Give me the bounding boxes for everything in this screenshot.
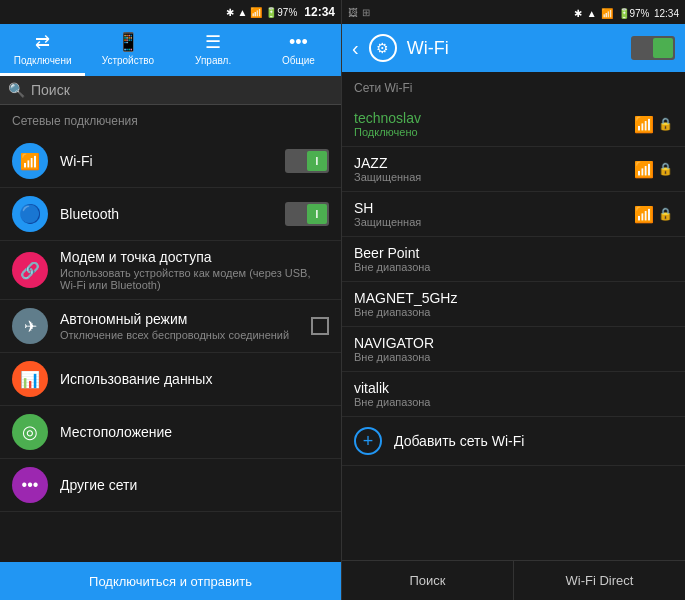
right-status-bar: 🖼 ⊞ ✱ ▲ 📶 🔋97% 12:34 — [342, 0, 685, 24]
location-title: Местоположение — [60, 424, 329, 440]
battery-icon: 🔋97% — [265, 7, 297, 18]
airplane-checkbox[interactable] — [311, 317, 329, 335]
other-item-content: Другие сети — [60, 477, 329, 493]
technoslav-signal-icon: 📶 — [634, 115, 654, 134]
wifi-toggle-left[interactable]: I — [285, 149, 329, 173]
modem-icon: 🔗 — [12, 252, 48, 288]
tab-connections[interactable]: ⇄ Подключени — [0, 24, 85, 76]
menu-item-data[interactable]: 📊 Использование данных — [0, 353, 341, 406]
wifi-item-content: Wi-Fi — [60, 153, 285, 169]
search-button[interactable]: Поиск — [342, 561, 514, 600]
tab-general-label: Общие — [282, 55, 315, 66]
add-network-label: Добавить сеть Wi-Fi — [394, 433, 524, 449]
jazz-status: Защищенная — [354, 171, 634, 183]
jazz-signal: 📶 🔒 — [634, 160, 673, 179]
wifi-network-navigator[interactable]: NAVIGATOR Вне диапазона — [342, 327, 685, 372]
airplane-item-content: Автономный режим Отключение всех беспров… — [60, 311, 311, 341]
right-header: ‹ ⚙ Wi-Fi — [342, 24, 685, 72]
wifi-network-jazz[interactable]: JAZZ Защищенная 📶 🔒 — [342, 147, 685, 192]
tab-bar: ⇄ Подключени 📱 Устройство ☰ Управл. ••• … — [0, 24, 341, 76]
search-bar[interactable]: 🔍 Поиск — [0, 76, 341, 105]
sh-signal: 📶 🔒 — [634, 205, 673, 224]
technoslav-lock-icon: 🔒 — [658, 117, 673, 131]
wifi-network-technoslav[interactable]: technoslav Подключено 📶 🔒 — [342, 102, 685, 147]
wifi-network-sh[interactable]: SH Защищенная 📶 🔒 — [342, 192, 685, 237]
modem-subtitle: Использовать устройство как модем (через… — [60, 267, 329, 291]
airplane-title: Автономный режим — [60, 311, 311, 327]
left-status-bar: ✱ ▲ 📶 🔋97% 12:34 — [0, 0, 341, 24]
sh-name: SH — [354, 200, 634, 216]
right-wifi-icon: ▲ — [587, 8, 597, 19]
vitalik-text: vitalik Вне диапазона — [354, 380, 673, 408]
beer-point-status: Вне диапазона — [354, 261, 673, 273]
wifi-right-toggle[interactable] — [631, 36, 675, 60]
right-bt-icon: ✱ — [574, 8, 582, 19]
menu-item-bluetooth[interactable]: 🔵 Bluetooth I — [0, 188, 341, 241]
magnet-text: MAGNET_5GHz Вне диапазона — [354, 290, 673, 318]
wifi-direct-btn-label: Wi-Fi Direct — [566, 573, 634, 588]
location-item-content: Местоположение — [60, 424, 329, 440]
wifi-direct-button[interactable]: Wi-Fi Direct — [514, 561, 685, 600]
airplane-subtitle: Отключение всех беспроводных соединений — [60, 329, 311, 341]
wifi-toggle-inner: I — [307, 151, 327, 171]
add-wifi-network[interactable]: + Добавить сеть Wi-Fi — [342, 417, 685, 466]
menu-item-modem[interactable]: 🔗 Модем и точка доступа Использовать уст… — [0, 241, 341, 300]
technoslav-signal: 📶 🔒 — [634, 115, 673, 134]
wifi-toggle-state: I — [316, 156, 319, 167]
navigator-status: Вне диапазона — [354, 351, 673, 363]
beer-point-text: Beer Point Вне диапазона — [354, 245, 673, 273]
connections-icon: ⇄ — [35, 31, 50, 53]
bluetooth-status-icon: ✱ — [226, 7, 234, 18]
right-status-icons: ✱ ▲ 📶 🔋97% 12:34 — [574, 3, 679, 21]
sh-signal-icon: 📶 — [634, 205, 654, 224]
jazz-name: JAZZ — [354, 155, 634, 171]
bluetooth-icon: 🔵 — [12, 196, 48, 232]
tab-device-label: Устройство — [102, 55, 154, 66]
wifi-network-vitalik[interactable]: vitalik Вне диапазона — [342, 372, 685, 417]
right-panel: 🖼 ⊞ ✱ ▲ 📶 🔋97% 12:34 ‹ ⚙ Wi-Fi Сети Wi-F… — [342, 0, 685, 600]
tab-connections-label: Подключени — [14, 55, 72, 66]
navigator-name: NAVIGATOR — [354, 335, 673, 351]
wifi-network-beer-point[interactable]: Beer Point Вне диапазона — [342, 237, 685, 282]
wifi-network-magnet[interactable]: MAGNET_5GHz Вне диапазона — [342, 282, 685, 327]
wifi-title: Wi-Fi — [60, 153, 285, 169]
sh-text: SH Защищенная — [354, 200, 634, 228]
modem-title: Модем и точка доступа — [60, 249, 329, 265]
bluetooth-toggle-inner: I — [307, 204, 327, 224]
back-icon[interactable]: ‹ — [352, 37, 359, 60]
menu-item-airplane[interactable]: ✈ Автономный режим Отключение всех беспр… — [0, 300, 341, 353]
technoslav-status: Подключено — [354, 126, 634, 138]
technoslav-name: technoslav — [354, 110, 634, 126]
signal-icon: 📶 — [250, 7, 262, 18]
vitalik-name: vitalik — [354, 380, 673, 396]
right-time-display: 12:34 — [654, 8, 679, 19]
other-icon: ••• — [12, 467, 48, 503]
menu-item-other[interactable]: ••• Другие сети — [0, 459, 341, 512]
bluetooth-item-content: Bluetooth — [60, 206, 285, 222]
magnet-status: Вне диапазона — [354, 306, 673, 318]
wifi-right-toggle-inner — [653, 38, 673, 58]
tab-general[interactable]: ••• Общие — [256, 24, 341, 76]
image-icon: 🖼 — [348, 7, 358, 18]
tab-device[interactable]: 📱 Устройство — [85, 24, 170, 76]
bottom-buttons: Поиск Wi-Fi Direct — [342, 560, 685, 600]
data-item-content: Использование данных — [60, 371, 329, 387]
modem-item-content: Модем и точка доступа Использовать устро… — [60, 249, 329, 291]
airplane-icon: ✈ — [12, 308, 48, 344]
bluetooth-toggle[interactable]: I — [285, 202, 329, 226]
sh-status: Защищенная — [354, 216, 634, 228]
magnet-name: MAGNET_5GHz — [354, 290, 673, 306]
bottom-connect-bar[interactable]: Подключиться и отправить — [0, 562, 341, 600]
bottom-bar-text: Подключиться и отправить — [89, 574, 252, 589]
location-icon: ◎ — [12, 414, 48, 450]
wifi-icon: 📶 — [12, 143, 48, 179]
menu-item-location[interactable]: ◎ Местоположение — [0, 406, 341, 459]
tab-manage[interactable]: ☰ Управл. — [171, 24, 256, 76]
search-btn-label: Поиск — [409, 573, 445, 588]
other-title: Другие сети — [60, 477, 329, 493]
wifi-section-text: Сети Wi-Fi — [354, 81, 412, 95]
search-placeholder: Поиск — [31, 82, 70, 98]
search-icon: 🔍 — [8, 82, 25, 98]
left-panel: ✱ ▲ 📶 🔋97% 12:34 ⇄ Подключени 📱 Устройст… — [0, 0, 342, 600]
menu-item-wifi[interactable]: 📶 Wi-Fi I — [0, 135, 341, 188]
